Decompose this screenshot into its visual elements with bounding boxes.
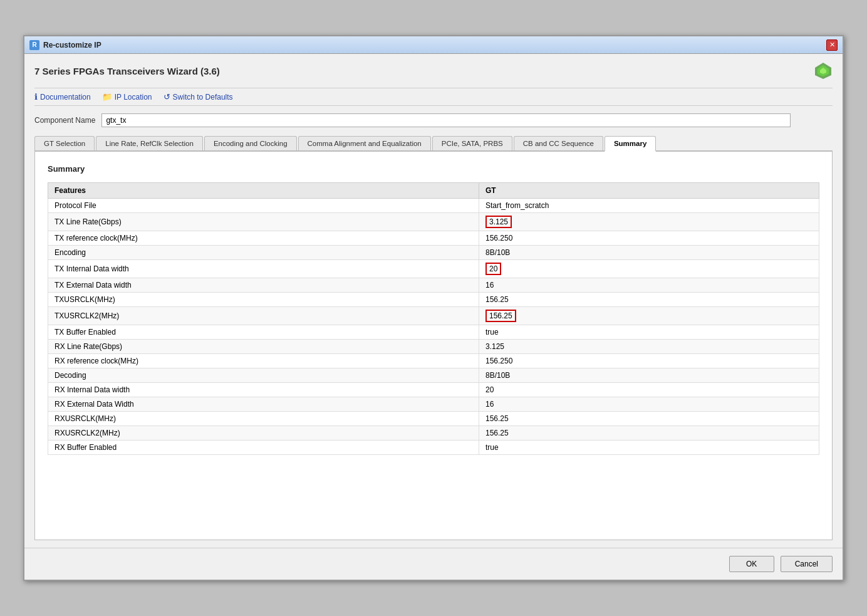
feature-cell: RX Line Rate(Gbps) [48,340,479,354]
toolbar: ℹ Documentation 📁 IP Location ↺ Switch t… [34,88,833,106]
feature-cell: TXUSRCLK(MHz) [48,293,479,307]
window-body: 7 Series FPGAs Transceivers Wizard (3.6)… [24,54,843,548]
feature-cell: RX Buffer Enabled [48,441,479,455]
location-icon: 📁 [102,92,112,102]
info-icon: ℹ [34,92,38,102]
table-row: TXUSRCLK(MHz)156.25 [48,293,819,307]
table-row: RXUSRCLK2(MHz)156.25 [48,426,819,441]
value-cell: true [479,441,819,455]
ip-location-label: IP Location [115,93,152,102]
value-cell: Start_from_scratch [479,199,819,213]
refresh-icon: ↺ [164,92,170,102]
table-row: TXUSRCLK2(MHz)156.25 [48,307,819,325]
ok-button[interactable]: OK [729,556,774,572]
table-row: RX Line Rate(Gbps)3.125 [48,340,819,354]
value-cell: 20 [479,383,819,397]
col-header-features: Features [48,183,479,199]
ip-location-button[interactable]: 📁 IP Location [102,92,152,102]
app-title-text: 7 Series FPGAs Transceivers Wizard (3.6) [34,66,220,76]
documentation-label: Documentation [40,93,91,102]
table-row: RX reference clock(MHz)156.250 [48,354,819,368]
value-cell: 16 [479,278,819,293]
feature-cell: Protocol File [48,199,479,213]
switch-defaults-label: Switch to Defaults [173,93,233,102]
component-name-label: Component Name [34,116,95,125]
feature-cell: RXUSRCLK(MHz) [48,412,479,426]
feature-cell: RXUSRCLK2(MHz) [48,426,479,441]
main-window: R Re-customize IP ✕ 7 Series FPGAs Trans… [23,35,844,581]
value-cell: 156.250 [479,354,819,368]
highlighted-value: 20 [485,263,501,275]
feature-cell: RX External Data Width [48,397,479,412]
tab-cb-cc[interactable]: CB and CC Sequence [514,136,603,150]
col-header-gt: GT [479,183,819,199]
summary-table: Features GT Protocol FileStart_from_scra… [48,182,819,455]
close-button[interactable]: ✕ [826,39,838,51]
feature-cell: TX Buffer Enabled [48,325,479,340]
tab-comma[interactable]: Comma Alignment and Equalization [298,136,431,150]
table-row: Protocol FileStart_from_scratch [48,199,819,213]
cancel-button[interactable]: Cancel [781,556,833,572]
tab-line-rate[interactable]: Line Rate, RefClk Selection [96,136,203,150]
table-row: TX Internal Data width20 [48,260,819,278]
value-cell: 156.25 [479,412,819,426]
feature-cell: TX reference clock(MHz) [48,231,479,246]
value-cell: 156.25 [479,426,819,441]
tab-gt-selection[interactable]: GT Selection [34,136,95,150]
tab-bar: GT Selection Line Rate, RefClk Selection… [34,136,833,152]
table-row: TX Buffer Enabledtrue [48,325,819,340]
feature-cell: TXUSRCLK2(MHz) [48,307,479,325]
app-title-row: 7 Series FPGAs Transceivers Wizard (3.6) [34,61,833,80]
highlighted-value: 3.125 [485,216,512,228]
app-logo [814,61,833,80]
table-row: RX Buffer Enabledtrue [48,441,819,455]
value-cell: 3.125 [479,213,819,231]
table-row: RXUSRCLK(MHz)156.25 [48,412,819,426]
table-row: Encoding8B/10B [48,246,819,260]
feature-cell: RX reference clock(MHz) [48,354,479,368]
title-bar: R Re-customize IP ✕ [24,36,843,54]
window-icon: R [29,40,39,50]
value-cell: 3.125 [479,340,819,354]
tab-pcie[interactable]: PCIe, SATA, PRBS [432,136,512,150]
value-cell: true [479,325,819,340]
title-bar-left: R Re-customize IP [29,40,101,50]
table-row: TX External Data width16 [48,278,819,293]
feature-cell: TX Internal Data width [48,260,479,278]
component-name-input[interactable] [101,113,791,127]
window-title: Re-customize IP [43,41,101,50]
table-row: TX reference clock(MHz)156.250 [48,231,819,246]
table-row: TX Line Rate(Gbps)3.125 [48,213,819,231]
highlighted-value: 156.25 [485,310,516,322]
table-row: RX Internal Data width20 [48,383,819,397]
section-title: Summary [48,164,819,174]
value-cell: 20 [479,260,819,278]
value-cell: 16 [479,397,819,412]
feature-cell: Encoding [48,246,479,260]
value-cell: 156.25 [479,293,819,307]
tab-encoding[interactable]: Encoding and Clocking [204,136,297,150]
documentation-button[interactable]: ℹ Documentation [34,92,91,102]
component-row: Component Name [34,113,833,127]
tab-summary[interactable]: Summary [605,136,656,152]
feature-cell: RX Internal Data width [48,383,479,397]
feature-cell: Decoding [48,368,479,383]
value-cell: 8B/10B [479,246,819,260]
value-cell: 8B/10B [479,368,819,383]
value-cell: 156.25 [479,307,819,325]
footer: OK Cancel [24,548,843,580]
content-area: Summary Features GT Protocol FileStart_f… [34,152,833,540]
feature-cell: TX External Data width [48,278,479,293]
switch-defaults-button[interactable]: ↺ Switch to Defaults [164,92,233,102]
value-cell: 156.250 [479,231,819,246]
table-row: RX External Data Width16 [48,397,819,412]
feature-cell: TX Line Rate(Gbps) [48,213,479,231]
table-row: Decoding8B/10B [48,368,819,383]
